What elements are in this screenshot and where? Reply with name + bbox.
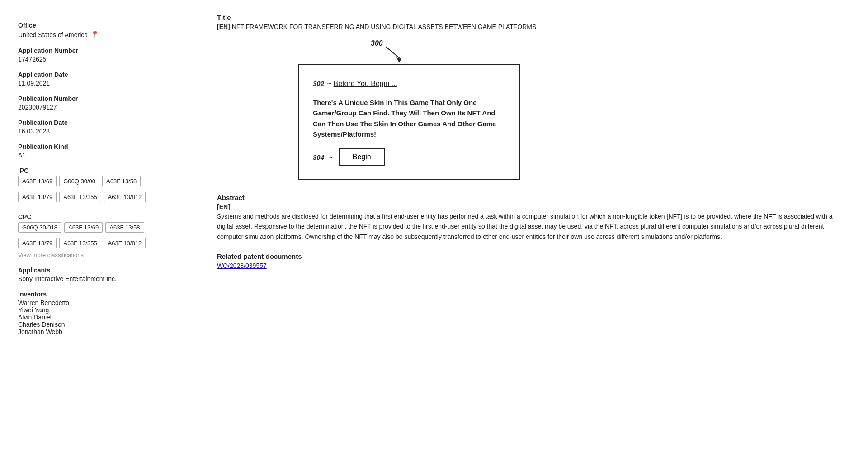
diagram-begin-row: 304 ~ Begin	[313, 148, 505, 166]
pub-kind-label: Publication Kind	[18, 143, 190, 150]
inventors-field: Inventors Warren BenedettoYiwei YangAlvi…	[18, 291, 190, 335]
related-section: Related patent documents WO/2023/039557	[217, 253, 850, 269]
ipc-tag: A63F 13/69	[18, 176, 57, 186]
cpc-tag: A63F 13/812	[104, 238, 146, 248]
pub-kind-value: A1	[18, 152, 190, 159]
title-text: [EN] NFT FRAMEWORK FOR TRANSFERRING AND …	[217, 23, 850, 30]
abstract-lang: [EN]	[217, 203, 850, 210]
cpc-tags-row: G06Q 30/018A63F 13/69A63F 13/58A63F 13/7…	[18, 222, 190, 251]
related-link[interactable]: WO/2023/039557	[217, 262, 267, 269]
title-content: NFT FRAMEWORK FOR TRANSFERRING AND USING…	[232, 23, 537, 30]
pub-date-value: 16.03.2023	[18, 128, 190, 135]
ipc-tag: G06Q 30/00	[59, 176, 99, 186]
cpc-label: CPC	[18, 213, 190, 220]
abstract-label: Abstract	[217, 194, 850, 201]
inventors-label: Inventors	[18, 291, 190, 298]
inventor-name: Jonathan Webb	[18, 328, 190, 335]
diagram-tilde-304: ~	[329, 153, 333, 161]
pub-number-label: Publication Number	[18, 95, 190, 102]
inventors-list: Warren BenedettoYiwei YangAlvin DanielCh…	[18, 299, 190, 335]
office-value-row: United States of America 📍	[18, 30, 190, 39]
ipc-tags-row: A63F 13/69G06Q 30/00A63F 13/58A63F 13/79…	[18, 176, 190, 205]
related-label: Related patent documents	[217, 253, 850, 260]
diagram-label-304: 304	[313, 153, 324, 161]
begin-button[interactable]: Begin	[339, 148, 385, 166]
inventor-name: Warren Benedetto	[18, 299, 190, 306]
cpc-tag: A63F 13/79	[18, 238, 57, 248]
abstract-text: Systems and methods are disclosed for de…	[217, 211, 850, 242]
diagram-label-302: 302	[313, 80, 324, 87]
applicants-field: Applicants Sony Interactive Entertainmen…	[18, 267, 190, 282]
view-more-classifications[interactable]: View more classifications	[18, 252, 84, 258]
applicants-label: Applicants	[18, 267, 190, 274]
svg-line-0	[386, 47, 401, 59]
title-section: Title [EN] NFT FRAMEWORK FOR TRANSFERRIN…	[217, 14, 850, 30]
office-field: Office United States of America 📍	[18, 22, 190, 39]
inventor-name: Yiwei Yang	[18, 306, 190, 314]
ipc-label: IPC	[18, 167, 190, 174]
title-lang: [EN]	[217, 23, 230, 30]
pub-number-value: 20230079127	[18, 104, 190, 111]
diagram-tilde-302: ~	[327, 79, 332, 88]
left-panel: Office United States of America 📍 Applic…	[18, 14, 190, 335]
ipc-tag-row: A63F 13/69G06Q 30/00A63F 13/58	[18, 176, 141, 186]
diagram-302-row: 302 ~ Before You Begin ...	[313, 79, 505, 88]
app-number-label: Application Number	[18, 47, 190, 54]
cpc-field: CPC G06Q 30/018A63F 13/69A63F 13/58A63F …	[18, 213, 190, 251]
app-number-field: Application Number 17472625	[18, 47, 190, 63]
right-panel: Title [EN] NFT FRAMEWORK FOR TRANSFERRIN…	[217, 14, 850, 335]
cpc-tag-row: A63F 13/79A63F 13/355A63F 13/812	[18, 238, 146, 248]
location-icon: 📍	[90, 30, 99, 39]
app-date-label: Application Date	[18, 71, 190, 78]
inventor-name: Alvin Daniel	[18, 314, 190, 321]
cpc-tag-row: G06Q 30/018A63F 13/69A63F 13/58	[18, 222, 144, 233]
app-date-value: 11.09.2021	[18, 80, 190, 87]
ipc-tag-row: A63F 13/79A63F 13/355A63F 13/812	[18, 192, 146, 202]
cpc-tag: A63F 13/58	[105, 222, 144, 233]
view-more-link[interactable]: View more classifications	[18, 251, 190, 258]
pub-kind-field: Publication Kind A1	[18, 143, 190, 159]
pub-date-label: Publication Date	[18, 119, 190, 126]
office-value: United States of America	[18, 31, 88, 38]
cpc-tag: G06Q 30/018	[18, 222, 61, 233]
abstract-section: Abstract [EN] Systems and methods are di…	[217, 194, 850, 242]
inventor-name: Charles Denison	[18, 321, 190, 328]
title-label: Title	[217, 14, 850, 21]
ipc-tag: A63F 13/355	[59, 192, 101, 202]
ipc-tag: A63F 13/79	[18, 192, 57, 202]
ipc-tag: A63F 13/812	[104, 192, 146, 202]
cpc-tag: A63F 13/69	[64, 222, 103, 233]
pub-number-field: Publication Number 20230079127	[18, 95, 190, 111]
office-label: Office	[18, 22, 190, 29]
cpc-tag: A63F 13/355	[59, 238, 101, 248]
ipc-field: IPC A63F 13/69G06Q 30/00A63F 13/58A63F 1…	[18, 167, 190, 205]
diagram-300-row: 300	[217, 39, 533, 64]
diagram-heading: Before You Begin ...	[334, 80, 397, 88]
pub-date-field: Publication Date 16.03.2023	[18, 119, 190, 135]
app-date-field: Application Date 11.09.2021	[18, 71, 190, 87]
ipc-tag: A63F 13/58	[102, 176, 141, 186]
diagram-box: 302 ~ Before You Begin ... There's A Uni…	[298, 64, 520, 180]
applicants-value: Sony Interactive Entertainment Inc.	[18, 275, 190, 282]
diagram-body-text: There's A Unique Skin In This Game That …	[313, 97, 505, 139]
diagram-container: 300 302 ~ Before You Begin ... There's A…	[217, 39, 533, 180]
app-number-value: 17472625	[18, 56, 190, 63]
